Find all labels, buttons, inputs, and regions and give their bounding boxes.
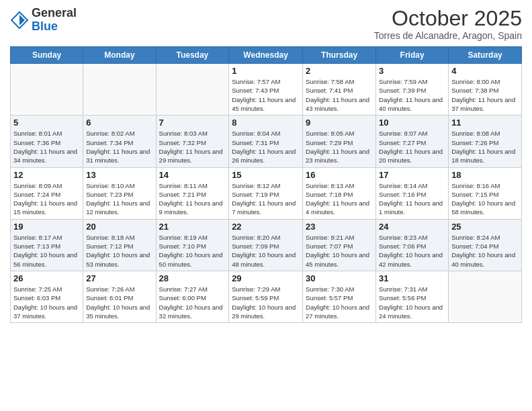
- calendar-cell: 13Sunrise: 8:10 AM Sunset: 7:23 PM Dayli…: [83, 167, 156, 219]
- calendar-cell: 14Sunrise: 8:11 AM Sunset: 7:21 PM Dayli…: [156, 167, 229, 219]
- logo-general: General: [32, 7, 77, 20]
- weekday-wednesday: Wednesday: [229, 47, 303, 64]
- logo-text: General Blue: [32, 7, 77, 34]
- day-info: Sunrise: 8:00 AM Sunset: 7:38 PM Dayligh…: [451, 77, 519, 113]
- day-info: Sunrise: 8:04 AM Sunset: 7:31 PM Dayligh…: [232, 129, 300, 165]
- logo-blue: Blue: [32, 20, 77, 34]
- calendar-cell: 8Sunrise: 8:04 AM Sunset: 7:31 PM Daylig…: [229, 116, 303, 167]
- day-info: Sunrise: 7:57 AM Sunset: 7:43 PM Dayligh…: [232, 77, 300, 113]
- header: General Blue October 2025 Torres de Alca…: [10, 7, 522, 41]
- day-number: 30: [306, 273, 373, 283]
- calendar-cell: [156, 64, 229, 116]
- day-number: 9: [306, 118, 373, 128]
- day-number: 16: [306, 170, 373, 180]
- page: General Blue October 2025 Torres de Alca…: [0, 0, 532, 411]
- day-info: Sunrise: 8:20 AM Sunset: 7:09 PM Dayligh…: [232, 233, 300, 269]
- calendar-cell: 22Sunrise: 8:20 AM Sunset: 7:09 PM Dayli…: [229, 219, 303, 271]
- calendar-cell: 23Sunrise: 8:21 AM Sunset: 7:07 PM Dayli…: [303, 219, 376, 271]
- calendar-cell: 29Sunrise: 7:29 AM Sunset: 5:59 PM Dayli…: [229, 271, 303, 322]
- calendar-cell: [449, 271, 522, 322]
- day-info: Sunrise: 8:12 AM Sunset: 7:19 PM Dayligh…: [232, 181, 300, 217]
- week-row-2: 5Sunrise: 8:01 AM Sunset: 7:36 PM Daylig…: [11, 116, 522, 167]
- day-number: 22: [232, 222, 300, 232]
- calendar-cell: 2Sunrise: 7:58 AM Sunset: 7:41 PM Daylig…: [303, 64, 376, 116]
- day-info: Sunrise: 8:01 AM Sunset: 7:36 PM Dayligh…: [13, 129, 80, 165]
- day-info: Sunrise: 8:24 AM Sunset: 7:04 PM Dayligh…: [451, 233, 519, 269]
- weekday-saturday: Saturday: [449, 47, 522, 64]
- day-info: Sunrise: 8:19 AM Sunset: 7:10 PM Dayligh…: [159, 233, 226, 269]
- day-number: 12: [13, 170, 80, 180]
- day-info: Sunrise: 7:29 AM Sunset: 5:59 PM Dayligh…: [232, 285, 300, 320]
- calendar-cell: 10Sunrise: 8:07 AM Sunset: 7:27 PM Dayli…: [376, 116, 449, 167]
- day-number: 14: [159, 170, 226, 180]
- day-info: Sunrise: 8:07 AM Sunset: 7:27 PM Dayligh…: [379, 129, 445, 165]
- calendar-cell: 7Sunrise: 8:03 AM Sunset: 7:32 PM Daylig…: [156, 116, 229, 167]
- day-info: Sunrise: 8:08 AM Sunset: 7:26 PM Dayligh…: [451, 129, 519, 165]
- month-title: October 2025: [374, 7, 522, 30]
- location-title: Torres de Alcanadre, Aragon, Spain: [374, 30, 522, 41]
- day-number: 15: [232, 170, 300, 180]
- day-info: Sunrise: 8:17 AM Sunset: 7:13 PM Dayligh…: [13, 233, 80, 269]
- day-number: 3: [379, 66, 445, 76]
- weekday-header-row: SundayMondayTuesdayWednesdayThursdayFrid…: [11, 47, 522, 64]
- day-number: 26: [13, 273, 80, 283]
- day-info: Sunrise: 8:09 AM Sunset: 7:24 PM Dayligh…: [13, 181, 80, 217]
- day-number: 1: [232, 66, 300, 76]
- title-block: October 2025 Torres de Alcanadre, Aragon…: [374, 7, 522, 41]
- calendar-cell: 19Sunrise: 8:17 AM Sunset: 7:13 PM Dayli…: [11, 219, 83, 271]
- day-number: 31: [379, 273, 445, 283]
- calendar-cell: 25Sunrise: 8:24 AM Sunset: 7:04 PM Dayli…: [449, 219, 522, 271]
- calendar-cell: 21Sunrise: 8:19 AM Sunset: 7:10 PM Dayli…: [156, 219, 229, 271]
- day-number: 23: [306, 222, 373, 232]
- day-info: Sunrise: 8:13 AM Sunset: 7:18 PM Dayligh…: [306, 181, 373, 217]
- calendar-cell: 26Sunrise: 7:25 AM Sunset: 6:03 PM Dayli…: [11, 271, 83, 322]
- day-number: 8: [232, 118, 300, 128]
- day-number: 17: [379, 170, 445, 180]
- day-info: Sunrise: 8:03 AM Sunset: 7:32 PM Dayligh…: [159, 129, 226, 165]
- day-number: 29: [232, 273, 300, 283]
- day-info: Sunrise: 7:26 AM Sunset: 6:01 PM Dayligh…: [86, 285, 152, 320]
- week-row-5: 26Sunrise: 7:25 AM Sunset: 6:03 PM Dayli…: [11, 271, 522, 322]
- day-info: Sunrise: 7:30 AM Sunset: 5:57 PM Dayligh…: [306, 285, 373, 320]
- weekday-sunday: Sunday: [11, 47, 83, 64]
- day-info: Sunrise: 8:23 AM Sunset: 7:06 PM Dayligh…: [379, 233, 445, 269]
- day-info: Sunrise: 8:16 AM Sunset: 7:15 PM Dayligh…: [451, 181, 519, 217]
- day-info: Sunrise: 7:25 AM Sunset: 6:03 PM Dayligh…: [13, 285, 80, 320]
- day-number: 19: [13, 222, 80, 232]
- calendar-cell: 17Sunrise: 8:14 AM Sunset: 7:16 PM Dayli…: [376, 167, 449, 219]
- weekday-friday: Friday: [376, 47, 449, 64]
- calendar-cell: 27Sunrise: 7:26 AM Sunset: 6:01 PM Dayli…: [83, 271, 156, 322]
- calendar-cell: 18Sunrise: 8:16 AM Sunset: 7:15 PM Dayli…: [449, 167, 522, 219]
- week-row-3: 12Sunrise: 8:09 AM Sunset: 7:24 PM Dayli…: [11, 167, 522, 219]
- logo-icon: [10, 11, 29, 30]
- calendar-cell: 20Sunrise: 8:18 AM Sunset: 7:12 PM Dayli…: [83, 219, 156, 271]
- day-info: Sunrise: 8:18 AM Sunset: 7:12 PM Dayligh…: [86, 233, 152, 269]
- calendar-cell: 11Sunrise: 8:08 AM Sunset: 7:26 PM Dayli…: [449, 116, 522, 167]
- day-info: Sunrise: 7:31 AM Sunset: 5:56 PM Dayligh…: [379, 285, 445, 320]
- day-info: Sunrise: 8:02 AM Sunset: 7:34 PM Dayligh…: [86, 129, 152, 165]
- calendar-cell: 28Sunrise: 7:27 AM Sunset: 6:00 PM Dayli…: [156, 271, 229, 322]
- day-number: 28: [159, 273, 226, 283]
- day-number: 2: [306, 66, 373, 76]
- weekday-monday: Monday: [83, 47, 156, 64]
- day-number: 10: [379, 118, 445, 128]
- day-number: 7: [159, 118, 226, 128]
- calendar-cell: 30Sunrise: 7:30 AM Sunset: 5:57 PM Dayli…: [303, 271, 376, 322]
- calendar-cell: [83, 64, 156, 116]
- calendar-cell: 16Sunrise: 8:13 AM Sunset: 7:18 PM Dayli…: [303, 167, 376, 219]
- calendar-cell: 5Sunrise: 8:01 AM Sunset: 7:36 PM Daylig…: [11, 116, 83, 167]
- calendar-cell: 15Sunrise: 8:12 AM Sunset: 7:19 PM Dayli…: [229, 167, 303, 219]
- day-number: 6: [86, 118, 152, 128]
- day-info: Sunrise: 7:27 AM Sunset: 6:00 PM Dayligh…: [159, 285, 226, 320]
- calendar-cell: 31Sunrise: 7:31 AM Sunset: 5:56 PM Dayli…: [376, 271, 449, 322]
- day-info: Sunrise: 8:21 AM Sunset: 7:07 PM Dayligh…: [306, 233, 373, 269]
- day-number: 21: [159, 222, 226, 232]
- day-number: 4: [451, 66, 519, 76]
- day-info: Sunrise: 8:10 AM Sunset: 7:23 PM Dayligh…: [86, 181, 152, 217]
- logo: General Blue: [10, 7, 77, 34]
- day-info: Sunrise: 7:59 AM Sunset: 7:39 PM Dayligh…: [379, 77, 445, 113]
- day-number: 18: [451, 170, 519, 180]
- day-info: Sunrise: 8:14 AM Sunset: 7:16 PM Dayligh…: [379, 181, 445, 217]
- day-info: Sunrise: 8:11 AM Sunset: 7:21 PM Dayligh…: [159, 181, 226, 217]
- calendar: SundayMondayTuesdayWednesdayThursdayFrid…: [10, 46, 522, 323]
